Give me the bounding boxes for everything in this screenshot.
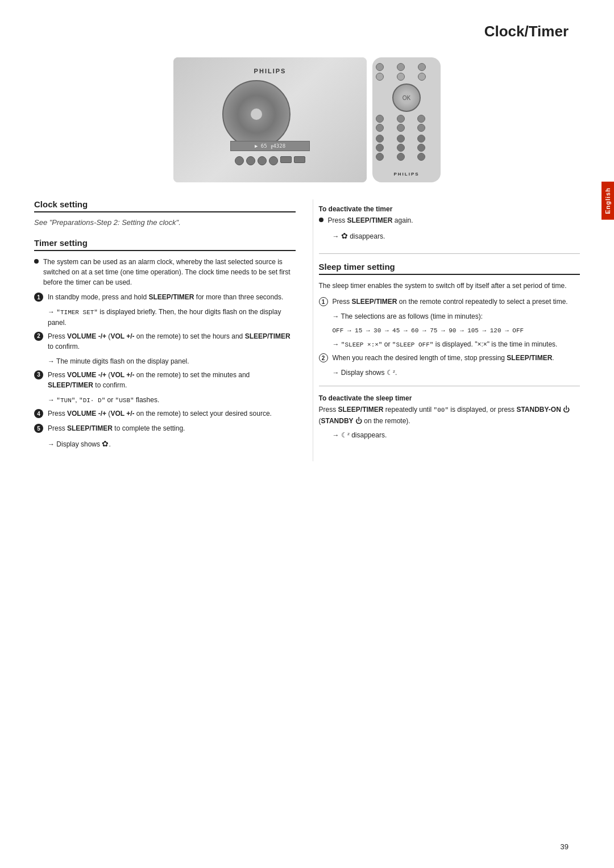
- deactivate-timer-heading: To deactivate the timer: [319, 205, 580, 213]
- ctrl-btn-3: [258, 156, 267, 165]
- ctrl-btn-1: [235, 156, 244, 165]
- ctrl-btn-6: [294, 156, 305, 163]
- clock-setting-section: Clock setting See "Preparations-Step 2: …: [34, 199, 296, 227]
- remote-mid-btn-5: [397, 124, 405, 132]
- timer-step-2: 2 Press VOLUME -/+ (VOL +/- on the remot…: [34, 331, 296, 352]
- disc: [222, 80, 291, 148]
- timer-step-4: 4 Press VOLUME -/+ (VOL +/- on the remot…: [34, 408, 296, 419]
- remote-top-buttons: [376, 63, 437, 81]
- sleep-timer-section: Sleep timer setting The sleep timer enab…: [319, 262, 580, 440]
- deactivate-timer-section: To deactivate the timer Press SLEEP/TIME…: [319, 205, 580, 242]
- timer-intro-item: The system can be used as an alarm clock…: [34, 257, 296, 287]
- remote-mid-btn-4: [376, 124, 384, 132]
- timer-setting-section: Timer setting The system can be used as …: [34, 238, 296, 450]
- ctrl-btn-2: [246, 156, 255, 165]
- step-num-5: 5: [34, 424, 43, 433]
- remote-mid-buttons: [376, 115, 437, 132]
- sleep-step-1-arrow-1: → The selections are as follows (time in…: [333, 311, 580, 322]
- sleep-timer-title: Sleep timer setting: [319, 262, 580, 275]
- ctrl-btn-5: [280, 156, 292, 163]
- controls-row: [235, 156, 305, 165]
- page-title: Clock/Timer: [0, 0, 614, 52]
- deactivate-timer-item: Press SLEEP/TIMER again.: [319, 215, 580, 226]
- timer-step-5: 5 Press SLEEP/TIMER to complete the sett…: [34, 423, 296, 433]
- remote-btn-2: [397, 63, 405, 71]
- product-image-area: PHILIPS ▶ 65 ╔4328: [0, 52, 614, 199]
- remote-mid-btn-6: [417, 124, 425, 132]
- timer-step-3-arrow: → "TUN", "DI· D" or "USB" flashes.: [48, 395, 296, 406]
- language-tab: English: [601, 182, 614, 220]
- step-num-3: 3: [34, 370, 43, 379]
- display-panel: ▶ 65 ╔4328: [230, 141, 310, 151]
- sleep-step-num-2: 2: [319, 353, 328, 362]
- sleep-step-1-arrow-2: → "SLEEP ×:×" or "SLEEP OFF" is displaye…: [333, 339, 580, 350]
- clock-setting-subtitle: See "Preparations-Step 2: Setting the cl…: [34, 218, 296, 227]
- step-num-1: 1: [34, 293, 43, 302]
- content-area: Clock setting See "Preparations-Step 2: …: [0, 199, 614, 484]
- deactivate-sleep-text: Press SLEEP/TIMER repeatedly until "00" …: [319, 404, 580, 427]
- philips-logo: PHILIPS: [254, 68, 287, 74]
- remote-mid-btn-2: [397, 115, 405, 123]
- remote-num-buttons: [376, 135, 437, 161]
- sleep-step-2-arrow: → Display shows ☾ᶻ.: [333, 368, 580, 378]
- remote-num-btn-3: [417, 135, 425, 143]
- remote-mid-btn-3: [417, 115, 425, 123]
- remote-mid-btn-1: [376, 115, 384, 123]
- remote-control-image: OK PHILIPS: [372, 57, 441, 182]
- remote-num-btn-1: [376, 135, 384, 143]
- remote-btn-4: [376, 73, 384, 81]
- deactivate-dot-icon: [319, 218, 323, 222]
- remote-num-btn-9: [417, 153, 425, 161]
- timer-step-2-text: Press VOLUME -/+ (VOL +/- on the remote)…: [48, 331, 296, 352]
- remote-num-btn-8: [397, 153, 405, 161]
- timer-step-1: 1 In standby mode, press and hold SLEEP/…: [34, 292, 296, 302]
- remote-num-btn-5: [397, 144, 405, 152]
- disc-center: [251, 108, 262, 120]
- sleep-timer-intro: The sleep timer enables the system to sw…: [319, 281, 580, 291]
- right-column: To deactivate the timer Press SLEEP/TIME…: [313, 199, 580, 461]
- section-divider-2: [319, 386, 580, 386]
- sleep-step-2: 2 When you reach the desired length of t…: [319, 353, 580, 363]
- timer-step-4-text: Press VOLUME -/+ (VOL +/- on the remote)…: [48, 408, 272, 419]
- timer-step-5-arrow: → Display shows ✿.: [48, 438, 296, 450]
- sleep-step-1-sequence: OFF → 15 → 30 → 45 → 60 → 75 → 90 → 105 …: [333, 325, 580, 336]
- deactivate-timer-text: Press SLEEP/TIMER again.: [328, 215, 413, 226]
- timer-step-2-arrow: → The minute digits flash on the display…: [48, 356, 296, 366]
- deactivate-timer-arrow: → ✿ disappears.: [333, 230, 580, 242]
- remote-btn-6: [418, 73, 426, 81]
- timer-setting-title: Timer setting: [34, 238, 296, 251]
- sleep-step-1: 1 Press SLEEP/TIMER on the remote contro…: [319, 297, 580, 307]
- remote-nav-ring: OK: [392, 84, 421, 112]
- page-number: 39: [561, 842, 569, 851]
- sleep-step-num-1: 1: [319, 297, 328, 306]
- remote-philips-logo: PHILIPS: [393, 172, 419, 177]
- bullet-dot-icon: [34, 259, 39, 264]
- timer-step-5-text: Press SLEEP/TIMER to complete the settin…: [48, 423, 185, 433]
- timer-step-1-text: In standby mode, press and hold SLEEP/TI…: [48, 292, 283, 302]
- remote-num-btn-7: [376, 153, 384, 161]
- section-divider-1: [319, 253, 580, 254]
- step-num-2: 2: [34, 332, 43, 341]
- remote-btn-3: [418, 63, 426, 71]
- deactivate-sleep-arrow: → ☾ᶻ disappears.: [333, 430, 580, 440]
- remote-btn-5: [397, 73, 405, 81]
- sleep-step-1-text: Press SLEEP/TIMER on the remote control …: [333, 297, 568, 307]
- timer-step-1-arrow: → "TIMER SET" is displayed briefly. Then…: [48, 307, 296, 328]
- timer-intro-text: The system can be used as an alarm clock…: [43, 257, 296, 287]
- clock-setting-title: Clock setting: [34, 199, 296, 212]
- timer-step-3-text: Press VOLUME -/+ (VOL +/- on the remote)…: [48, 370, 296, 390]
- timer-step-3: 3 Press VOLUME -/+ (VOL +/- on the remot…: [34, 370, 296, 390]
- remote-btn-1: [376, 63, 384, 71]
- sleep-step-2-text: When you reach the desired length of tim…: [333, 353, 554, 363]
- deactivate-sleep-heading: To deactivate the sleep timer: [319, 394, 580, 402]
- left-column: Clock setting See "Preparations-Step 2: …: [34, 199, 313, 461]
- remote-num-btn-4: [376, 144, 384, 152]
- remote-num-btn-2: [397, 135, 405, 143]
- device-image: PHILIPS ▶ 65 ╔4328: [173, 57, 367, 182]
- step-num-4: 4: [34, 409, 43, 418]
- remote-num-btn-6: [417, 144, 425, 152]
- ctrl-btn-4: [269, 156, 278, 165]
